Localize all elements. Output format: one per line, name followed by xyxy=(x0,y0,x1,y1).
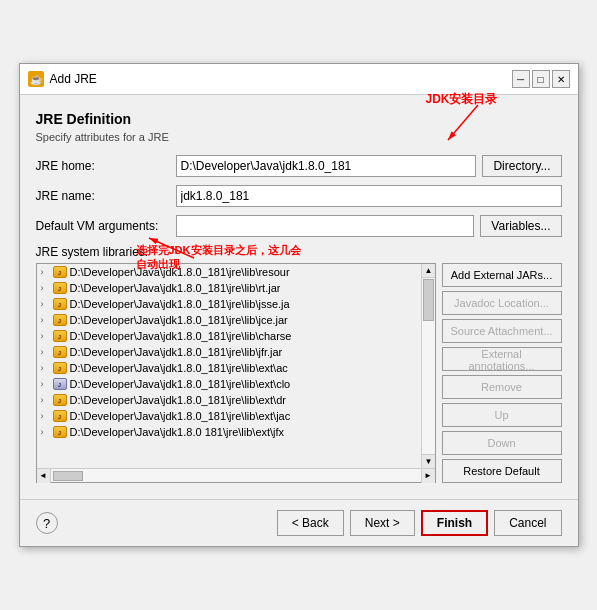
jar-icon: J xyxy=(53,282,67,294)
list-item-text: D:\Developer\Java\jdk1.8.0_181\jre\lib\j… xyxy=(70,346,283,358)
window-title: Add JRE xyxy=(50,72,97,86)
libraries-section: JRE system libraries: › J D:\Developer\J… xyxy=(36,245,562,483)
expand-arrow: › xyxy=(41,299,53,309)
down-button[interactable]: Down xyxy=(442,431,562,455)
jar-icon: J xyxy=(53,394,67,406)
external-annotations-button[interactable]: External annotations... xyxy=(442,347,562,371)
directory-button[interactable]: Directory... xyxy=(482,155,561,177)
add-jre-dialog: ☕ Add JRE ─ □ ✕ JDK安装目录 JRE Definition S… xyxy=(19,63,579,547)
scroll-thumb-vertical[interactable] xyxy=(423,279,434,321)
default-vm-label: Default VM arguments: xyxy=(36,219,176,233)
maximize-button[interactable]: □ xyxy=(532,70,550,88)
list-item[interactable]: › J D:\Developer\Java\jdk1.8.0_181\jre\l… xyxy=(37,264,421,280)
expand-arrow: › xyxy=(41,395,53,405)
list-item-text: D:\Developer\Java\jdk1.8.0_181\jre\lib\j… xyxy=(70,298,290,310)
jar-icon: J xyxy=(53,410,67,422)
jar-icon: J xyxy=(53,426,67,438)
jre-name-input[interactable] xyxy=(176,185,562,207)
cancel-button[interactable]: Cancel xyxy=(494,510,561,536)
list-item[interactable]: › J D:\Developer\Java\jdk1.8.0_181\jre\l… xyxy=(37,312,421,328)
jar-icon: J xyxy=(53,298,67,310)
javadoc-location-button[interactable]: Javadoc Location... xyxy=(442,291,562,315)
jre-home-label: JRE home: xyxy=(36,159,176,173)
title-controls: ─ □ ✕ xyxy=(512,70,570,88)
list-item-text: D:\Developer\Java\jdk1.8.0_181\jre\lib\e… xyxy=(70,362,288,374)
jre-home-input[interactable] xyxy=(176,155,477,177)
jar-icon: J xyxy=(53,330,67,342)
help-button[interactable]: ? xyxy=(36,512,58,534)
close-button[interactable]: ✕ xyxy=(552,70,570,88)
list-item-text: D:\Developer\Java\jdk1.8.0_181\jre\lib\r… xyxy=(70,282,281,294)
default-vm-input[interactable] xyxy=(176,215,475,237)
horizontal-scrollbar[interactable]: ◄ ► xyxy=(37,468,435,482)
libraries-container: › J D:\Developer\Java\jdk1.8.0_181\jre\l… xyxy=(36,263,562,483)
restore-default-button[interactable]: Restore Default xyxy=(442,459,562,483)
list-items-container: › J D:\Developer\Java\jdk1.8.0_181\jre\l… xyxy=(37,264,421,468)
scroll-left-button[interactable]: ◄ xyxy=(37,469,51,483)
nav-buttons: < Back Next > Finish Cancel xyxy=(277,510,562,536)
next-button[interactable]: Next > xyxy=(350,510,415,536)
jar-icon: J xyxy=(53,314,67,326)
list-item[interactable]: › J D:\Developer\Java\jdk1.8.0_181\jre\l… xyxy=(37,296,421,312)
jre-name-row: JRE name: xyxy=(36,185,562,207)
expand-arrow: › xyxy=(41,427,53,437)
jre-home-row: JRE home: Directory... xyxy=(36,155,562,177)
scroll-down-button[interactable]: ▼ xyxy=(422,454,435,468)
scroll-up-button[interactable]: ▲ xyxy=(422,264,435,278)
jar-icon: J xyxy=(53,346,67,358)
section-title: JRE Definition xyxy=(36,111,562,127)
libraries-list-wrapper: › J D:\Developer\Java\jdk1.8.0_181\jre\l… xyxy=(36,263,436,483)
list-item[interactable]: › J D:\Developer\Java\jdk1.8.0_181\jre\l… xyxy=(37,360,421,376)
list-item-text: D:\Developer\Java\jdk1.8.0_181\jre\lib\e… xyxy=(70,394,286,406)
list-item[interactable]: › J D:\Developer\Java\jdk1.8.0_181\jre\l… xyxy=(37,376,421,392)
list-item-text: D:\Developer\Java\jdk1.8.0_181\jre\lib\e… xyxy=(70,410,291,422)
jar-icon: J xyxy=(53,266,67,278)
remove-button[interactable]: Remove xyxy=(442,375,562,399)
back-button[interactable]: < Back xyxy=(277,510,344,536)
scroll-thumb-horizontal[interactable] xyxy=(53,471,83,481)
source-attachment-button[interactable]: Source Attachment... xyxy=(442,319,562,343)
up-button[interactable]: Up xyxy=(442,403,562,427)
help-area: ? xyxy=(36,512,58,534)
expand-arrow: › xyxy=(41,283,53,293)
list-item-text: D:\Developer\Java\jdk1.8.0_181\jre\lib\j… xyxy=(70,314,288,326)
variables-button[interactable]: Variables... xyxy=(480,215,561,237)
list-and-scrollbar: › J D:\Developer\Java\jdk1.8.0_181\jre\l… xyxy=(37,264,435,468)
expand-arrow: › xyxy=(41,331,53,341)
window-icon: ☕ xyxy=(28,71,44,87)
list-item[interactable]: › J D:\Developer\Java\jdk1.8.0_181\jre\l… xyxy=(37,328,421,344)
expand-arrow: › xyxy=(41,267,53,277)
list-item[interactable]: › J D:\Developer\Java\jdk1.8.0_181\jre\l… xyxy=(37,280,421,296)
jre-name-label: JRE name: xyxy=(36,189,176,203)
minimize-button[interactable]: ─ xyxy=(512,70,530,88)
list-item[interactable]: › J D:\Developer\Java\jdk1.8.0_181\jre\l… xyxy=(37,392,421,408)
jar-icon: J xyxy=(53,362,67,374)
section-subtitle: Specify attributes for a JRE xyxy=(36,131,562,143)
expand-arrow: › xyxy=(41,379,53,389)
expand-arrow: › xyxy=(41,315,53,325)
expand-arrow: › xyxy=(41,347,53,357)
dialog-footer: ? < Back Next > Finish Cancel xyxy=(20,499,578,546)
list-item-text: D:\Developer\Java\jdk1.8.0_181\jre\lib\r… xyxy=(70,266,290,278)
finish-button[interactable]: Finish xyxy=(421,510,488,536)
scroll-right-button[interactable]: ► xyxy=(421,469,435,483)
dialog-content: JDK安装目录 JRE Definition Specify attribute… xyxy=(20,95,578,499)
jar-icon: J xyxy=(53,378,67,390)
expand-arrow: › xyxy=(41,363,53,373)
expand-arrow: › xyxy=(41,411,53,421)
list-item-text: D:\Developer\Java\jdk1.8.0_181\jre\lib\c… xyxy=(70,330,292,342)
list-item-text: D:\Developer\Java\jdk1.8.0 181\jre\lib\e… xyxy=(70,426,285,438)
vertical-scrollbar[interactable]: ▲ ▼ xyxy=(421,264,435,468)
title-bar: ☕ Add JRE ─ □ ✕ xyxy=(20,64,578,95)
scroll-track-vertical xyxy=(422,322,435,454)
add-external-jars-button[interactable]: Add External JARs... xyxy=(442,263,562,287)
side-buttons: Add External JARs... Javadoc Location...… xyxy=(442,263,562,483)
list-item[interactable]: › J D:\Developer\Java\jdk1.8.0_181\jre\l… xyxy=(37,408,421,424)
list-item[interactable]: › J D:\Developer\Java\jdk1.8.0_181\jre\l… xyxy=(37,344,421,360)
list-item[interactable]: › J D:\Developer\Java\jdk1.8.0 181\jre\l… xyxy=(37,424,421,440)
list-item-text: D:\Developer\Java\jdk1.8.0_181\jre\lib\e… xyxy=(70,378,291,390)
libraries-label: JRE system libraries: xyxy=(36,245,562,259)
default-vm-row: Default VM arguments: Variables... 选择完JD… xyxy=(36,215,562,237)
title-bar-left: ☕ Add JRE xyxy=(28,71,97,87)
